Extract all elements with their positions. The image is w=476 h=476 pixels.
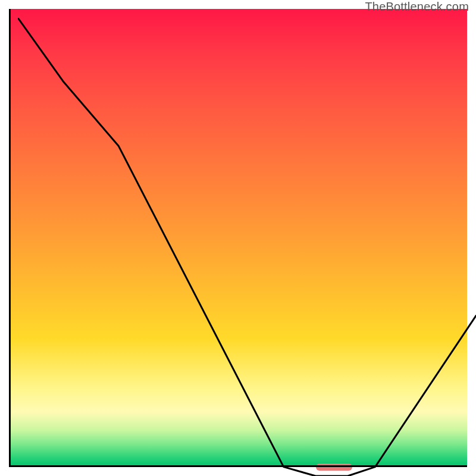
x-axis (9, 465, 467, 467)
y-axis (9, 9, 11, 467)
chart-container: TheBottleneck.com (0, 0, 476, 476)
optimal-region-marker (316, 464, 353, 471)
watermark-text: TheBottleneck.com (365, 0, 469, 14)
plot-background-gradient (9, 9, 467, 467)
bottleneck-curve (18, 18, 476, 476)
